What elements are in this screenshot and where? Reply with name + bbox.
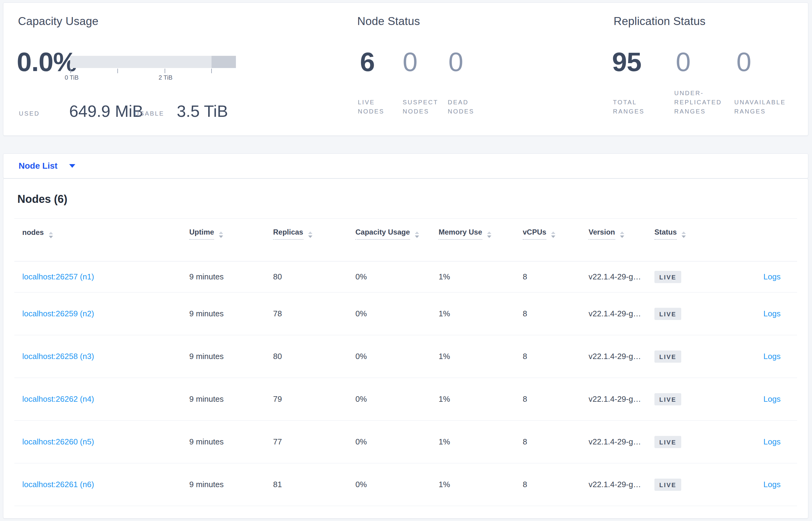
uptime-cell: 9 minutes [181, 378, 265, 421]
column-header-label: Status [654, 228, 677, 240]
capacity-axis-tick [165, 69, 165, 73]
capacity-bar-segment [212, 56, 236, 68]
node-link[interactable]: localhost:26262 (n4) [22, 394, 94, 404]
uptime-cell: 9 minutes [181, 421, 265, 463]
logs-link[interactable]: Logs [764, 480, 781, 489]
suspect-nodes-label: SUSPECT NODES [403, 98, 443, 116]
capacity-used-percent: 0.0% [17, 48, 77, 75]
column-header-label: Uptime [189, 228, 214, 240]
replication-status-title: Replication Status [614, 15, 706, 28]
logs-cell: Logs [717, 421, 797, 463]
capacity-axis-tick [117, 69, 118, 73]
total-ranges-label: TOTAL RANGES [613, 98, 650, 116]
capacity-axis-tick [70, 69, 71, 73]
replicas-cell: 79 [265, 378, 348, 421]
logs-link[interactable]: Logs [764, 352, 781, 361]
logs-link[interactable]: Logs [764, 272, 781, 281]
uptime-cell: 9 minutes [181, 293, 265, 335]
column-header-label: Version [589, 228, 615, 240]
suspect-nodes-count: 0 [403, 48, 417, 75]
column-header-capacity_usage[interactable]: Capacity Usage [348, 219, 431, 262]
table-header-row: nodesUptimeReplicasCapacity UsageMemory … [14, 219, 797, 262]
dead-nodes-count: 0 [448, 48, 463, 75]
capacity-used-label: USED [19, 110, 40, 117]
replicas-cell: 78 [265, 293, 348, 335]
memory_use-cell: 1% [431, 421, 515, 463]
logs-link[interactable]: Logs [764, 437, 781, 446]
total-ranges-count: 95 [612, 48, 641, 75]
node-cell: localhost:26257 (n1) [14, 262, 181, 293]
table-row: localhost:26261 (n6)9 minutes810%1%8v22.… [14, 463, 797, 506]
memory_use-cell: 1% [431, 335, 515, 378]
memory_use-cell: 1% [431, 463, 515, 506]
node-cell: localhost:26258 (n3) [14, 335, 181, 378]
column-header-label: Replicas [273, 228, 303, 240]
column-header-label: Capacity Usage [355, 228, 410, 240]
status-cell: LIVE [646, 293, 717, 335]
column-header-uptime[interactable]: Uptime [181, 219, 265, 262]
status-badge: LIVE [654, 350, 681, 363]
view-selector-label: Node List [19, 161, 57, 171]
vcpus-cell: 8 [515, 463, 581, 506]
vcpus-cell: 8 [515, 335, 581, 378]
column-header-replicas[interactable]: Replicas [265, 219, 348, 262]
vcpus-cell: 8 [515, 378, 581, 421]
table-row: localhost:26262 (n4)9 minutes790%1%8v22.… [14, 378, 797, 421]
unavailable-ranges-count: 0 [736, 48, 751, 75]
under-replicated-ranges-count: 0 [676, 48, 690, 75]
logs-cell: Logs [717, 293, 797, 335]
table-row: localhost:26259 (n2)9 minutes780%1%8v22.… [14, 293, 797, 335]
column-header-version[interactable]: Version [581, 219, 646, 262]
status-badge: LIVE [654, 436, 681, 448]
capacity-used-value: 649.9 MiB [69, 103, 143, 119]
capacity_usage-cell: 0% [348, 262, 431, 293]
cluster-summary-card: Capacity Usage 0.0% 0 TiB 2 TiB USED 649… [3, 2, 808, 136]
vcpus-cell: 8 [515, 262, 581, 293]
version-cell: v22.1.4-29-g… [581, 421, 646, 463]
node-link[interactable]: localhost:26261 (n6) [22, 480, 94, 489]
status-cell: LIVE [646, 262, 717, 293]
logs-link[interactable]: Logs [764, 309, 781, 318]
node-cell: localhost:26261 (n6) [14, 463, 181, 506]
column-header-label: vCPUs [523, 228, 546, 240]
status-cell: LIVE [646, 335, 717, 378]
node-link[interactable]: localhost:26259 (n2) [22, 309, 94, 318]
replicas-cell: 80 [265, 262, 348, 293]
logs-cell: Logs [717, 463, 797, 506]
capacity-usage-bar [70, 56, 236, 68]
memory_use-cell: 1% [431, 293, 515, 335]
column-header-status[interactable]: Status [646, 219, 717, 262]
caret-down-icon [69, 164, 75, 168]
replicas-cell: 77 [265, 421, 348, 463]
capacity-usable-label: USABLE [135, 110, 164, 117]
capacity_usage-cell: 0% [348, 378, 431, 421]
version-cell: v22.1.4-29-g… [581, 293, 646, 335]
under-replicated-ranges-label: UNDER-REPLICATED RANGES [674, 88, 725, 116]
status-cell: LIVE [646, 378, 717, 421]
capacity_usage-cell: 0% [348, 421, 431, 463]
uptime-cell: 9 minutes [181, 463, 265, 506]
node-link[interactable]: localhost:26260 (n5) [22, 437, 94, 446]
column-header-logs [717, 219, 797, 262]
memory_use-cell: 1% [431, 262, 515, 293]
node-status-title: Node Status [357, 15, 420, 28]
capacity-axis-tick [211, 69, 212, 73]
logs-cell: Logs [717, 378, 797, 421]
replicas-cell: 81 [265, 463, 348, 506]
column-header-memory_use[interactable]: Memory Use [431, 219, 515, 262]
sort-caret-icon [487, 231, 491, 238]
sort-caret-icon [415, 231, 419, 238]
sort-caret-icon [551, 231, 555, 238]
node-link[interactable]: localhost:26257 (n1) [22, 272, 94, 281]
view-selector-dropdown[interactable]: Node List [3, 154, 808, 178]
version-cell: v22.1.4-29-g… [581, 463, 646, 506]
column-header-node[interactable]: nodes [14, 219, 181, 262]
vcpus-cell: 8 [515, 421, 581, 463]
vcpus-cell: 8 [515, 293, 581, 335]
column-header-vcpus[interactable]: vCPUs [515, 219, 581, 262]
node-cell: localhost:26260 (n5) [14, 421, 181, 463]
node-link[interactable]: localhost:26258 (n3) [22, 352, 94, 361]
capacity_usage-cell: 0% [348, 293, 431, 335]
logs-link[interactable]: Logs [764, 394, 781, 404]
nodes-table-card: Nodes (6) nodesUptimeReplicasCapacity Us… [3, 178, 808, 519]
